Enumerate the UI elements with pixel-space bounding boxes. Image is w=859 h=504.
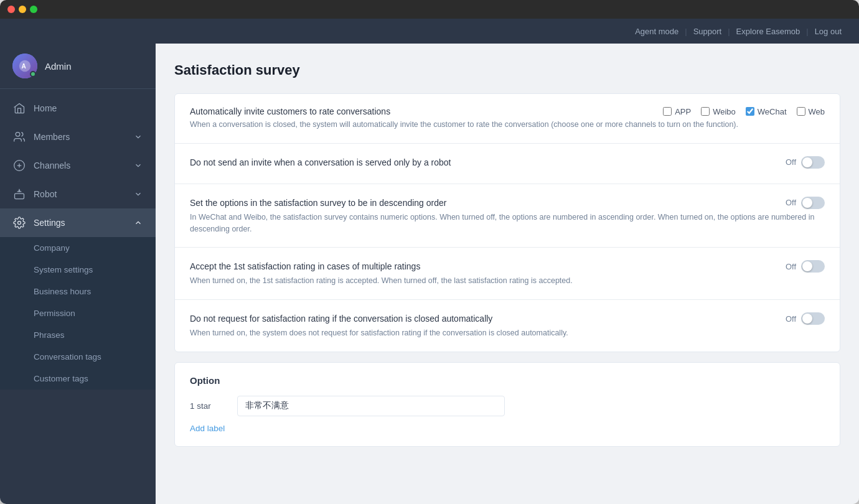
channels-chevron-icon — [133, 161, 143, 170]
traffic-light-yellow[interactable] — [19, 6, 26, 13]
channel-weibo[interactable]: Weibo — [701, 107, 736, 116]
setting-header-auto-invite: Automatically invite customers to rate c… — [190, 106, 825, 116]
toggle-track-descending — [801, 197, 825, 209]
channel-web[interactable]: Web — [797, 107, 825, 116]
setting-title-first-rating: Accept the 1st satisfaction rating in ca… — [190, 261, 420, 271]
toggle-label-no-robot: Off — [786, 157, 796, 167]
traffic-lights — [7, 6, 37, 13]
sidebar-item-label-channels: Channels — [34, 161, 126, 170]
setting-header-no-auto-close: Do not request for satisfaction rating i… — [190, 312, 825, 325]
toggle-label-first-rating: Off — [786, 262, 796, 271]
sidebar-item-robot[interactable]: Robot — [0, 180, 156, 208]
toggle-wrap-descending: Off — [786, 197, 825, 209]
settings-sub-conversation-tags[interactable]: Conversation tags — [0, 346, 156, 368]
sidebar-item-channels[interactable]: Channels — [0, 151, 156, 180]
settings-sub-system-settings[interactable]: System settings — [0, 259, 156, 281]
settings-sub-permission[interactable]: Permission — [0, 302, 156, 324]
toggle-wrap-no-auto-close: Off — [786, 312, 825, 325]
members-icon — [12, 130, 26, 144]
toggle-track-no-auto-close — [801, 312, 825, 325]
setting-header-descending: Set the options in the satisfaction surv… — [190, 197, 825, 209]
toggle-descending[interactable] — [801, 197, 825, 209]
settings-sub-company[interactable]: Company — [0, 237, 156, 259]
channel-wechat-checkbox[interactable] — [746, 107, 754, 116]
toggle-no-robot[interactable] — [801, 156, 825, 169]
toggle-thumb-descending — [802, 198, 812, 208]
star-input[interactable] — [237, 396, 505, 416]
option-title: Option — [190, 375, 825, 386]
sidebar-item-settings[interactable]: Settings — [0, 208, 156, 237]
sidebar-item-label-members: Members — [34, 132, 126, 142]
setting-title-no-auto-close: Do not request for satisfaction rating i… — [190, 314, 492, 324]
svg-text:A: A — [22, 63, 27, 70]
toggle-label-descending: Off — [786, 198, 796, 207]
settings-sub-customer-tags[interactable]: Customer tags — [0, 368, 156, 390]
setting-row-no-auto-close: Do not request for satisfaction rating i… — [175, 300, 840, 352]
setting-row-descending: Set the options in the satisfaction surv… — [175, 184, 840, 248]
channel-weibo-checkbox[interactable] — [701, 107, 710, 116]
svg-rect-4 — [15, 194, 24, 198]
sidebar: A Admin Home — [0, 44, 156, 504]
setting-desc-no-auto-close: When turned on, the system does not requ… — [190, 327, 825, 339]
titlebar — [0, 0, 859, 19]
channel-app-checkbox[interactable] — [663, 107, 672, 116]
sidebar-item-home[interactable]: Home — [0, 94, 156, 123]
support-link[interactable]: Support — [688, 27, 727, 36]
settings-icon — [12, 216, 26, 230]
topbar: Agent mode | Support | Explore Easemob |… — [0, 19, 859, 44]
toggle-label-no-auto-close: Off — [786, 314, 796, 324]
setting-row-first-rating: Accept the 1st satisfaction rating in ca… — [175, 248, 840, 300]
settings-submenu: Company System settings Business hours P… — [0, 237, 156, 390]
toggle-thumb-no-auto-close — [802, 314, 812, 324]
app-body: A Admin Home — [0, 44, 859, 504]
setting-title-auto-invite: Automatically invite customers to rate c… — [190, 106, 390, 116]
channel-web-label: Web — [809, 107, 825, 116]
nav-items: Home Members Channe — [0, 89, 156, 394]
channel-app-label: APP — [675, 107, 691, 116]
channel-app[interactable]: APP — [663, 107, 691, 116]
option-section: Option 1 star Add label — [174, 362, 840, 447]
channel-web-checkbox[interactable] — [797, 107, 805, 116]
sep-3: | — [806, 27, 808, 36]
traffic-light-green[interactable] — [30, 6, 37, 13]
settings-sub-phrases[interactable]: Phrases — [0, 324, 156, 346]
sidebar-item-members[interactable]: Members — [0, 123, 156, 151]
setting-row-auto-invite: Automatically invite customers to rate c… — [175, 94, 840, 144]
settings-chevron-icon — [133, 218, 143, 228]
toggle-thumb-first-rating — [802, 261, 812, 271]
sep-1: | — [685, 27, 687, 36]
svg-point-6 — [18, 222, 21, 225]
toggle-no-auto-close[interactable] — [801, 312, 825, 325]
toggle-first-rating[interactable] — [801, 260, 825, 273]
app-window: Agent mode | Support | Explore Easemob |… — [0, 0, 859, 504]
main-content: Satisfaction survey Automatically invite… — [156, 44, 859, 504]
agent-mode-link[interactable]: Agent mode — [630, 27, 683, 36]
sep-2: | — [728, 27, 730, 36]
setting-header-first-rating: Accept the 1st satisfaction rating in ca… — [190, 260, 825, 273]
channels-icon — [12, 159, 26, 172]
sidebar-item-label-settings: Settings — [34, 218, 126, 228]
robot-icon — [12, 187, 26, 201]
avatar-wrap: A — [12, 54, 37, 78]
channel-checks: APP Weibo WeChat — [663, 107, 825, 116]
settings-sub-business-hours[interactable]: Business hours — [0, 281, 156, 302]
svg-point-2 — [16, 133, 20, 137]
channel-wechat[interactable]: WeChat — [746, 107, 787, 116]
traffic-light-red[interactable] — [7, 6, 15, 13]
sidebar-profile: A Admin — [0, 44, 156, 89]
add-label-link[interactable]: Add label — [190, 424, 225, 433]
logout-link[interactable]: Log out — [810, 27, 847, 36]
setting-desc-descending: In WeChat and Weibo, the satisfaction su… — [190, 212, 825, 235]
robot-chevron-icon — [133, 189, 143, 199]
sidebar-item-label-robot: Robot — [34, 189, 126, 199]
members-chevron-icon — [133, 132, 143, 142]
setting-desc-first-rating: When turned on, the 1st satisfaction rat… — [190, 275, 825, 287]
home-icon — [12, 101, 26, 115]
toggle-wrap-first-rating: Off — [786, 260, 825, 273]
online-indicator — [30, 71, 36, 77]
toggle-track-first-rating — [801, 260, 825, 273]
star-label: 1 star — [190, 401, 227, 411]
topbar-links: Agent mode | Support | Explore Easemob |… — [630, 27, 847, 36]
explore-link[interactable]: Explore Easemob — [731, 27, 805, 36]
toggle-track-no-robot — [801, 156, 825, 169]
